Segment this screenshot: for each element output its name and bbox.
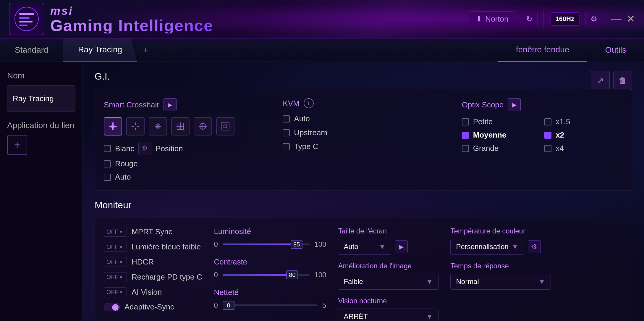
svg-rect-2 (19, 17, 30, 19)
close-button[interactable]: ✕ (626, 14, 635, 24)
optix-petite-radio[interactable] (462, 118, 469, 125)
adaptive-sync-toggle[interactable] (104, 303, 120, 311)
nom-label: Nom (7, 71, 75, 80)
kvm-upstream-option[interactable]: Upstream (283, 128, 444, 137)
profile-name-input[interactable]: Ray Tracing (7, 85, 75, 112)
crosshair-icon-5[interactable] (194, 117, 212, 136)
amelioration-dropdown[interactable]: Faible ▼ (338, 274, 438, 290)
tab-standard[interactable]: Standard (0, 38, 63, 62)
taille-dropdown[interactable]: Auto ▼ (338, 239, 391, 255)
amelioration-value: Faible (344, 278, 363, 286)
optix-play-button[interactable]: ▶ (508, 98, 521, 111)
optix-col: Optix Scope ▶ Petite x1.5 (462, 98, 623, 182)
hdcr-toggle[interactable]: OFF ▪ (104, 257, 127, 267)
nettete-track[interactable]: 0 (223, 304, 318, 306)
temps-dropdown[interactable]: Normal ▼ (450, 274, 551, 290)
lumiere-toggle-row: OFF ▪ Lumière bleue faible (104, 242, 202, 252)
add-app-button[interactable]: + (7, 135, 27, 155)
vision-dropdown[interactable]: ARRÊT ▼ (338, 309, 438, 321)
optix-petite-option[interactable]: Petite (462, 117, 541, 126)
lumiere-toggle[interactable]: OFF ▪ (104, 242, 127, 252)
recharge-off-label: OFF (106, 274, 118, 280)
blanc-radio[interactable] (104, 145, 111, 152)
crosshair-icon-3[interactable] (149, 117, 167, 136)
crosshair-icon-4[interactable] (171, 117, 190, 136)
optix-x15-radio[interactable] (544, 118, 551, 125)
crosshair-icons (104, 117, 265, 136)
optix-petite-label: Petite (473, 117, 493, 126)
crosshair-icon-6[interactable] (216, 117, 234, 136)
blanc-option[interactable]: Blanc ⚙ Position (104, 142, 265, 155)
tab-ray-tracing[interactable]: Ray Tracing (63, 38, 137, 62)
tab-fenetre[interactable]: fenêtre fendue (498, 38, 587, 62)
auto-radio[interactable] (104, 174, 111, 181)
rouge-radio[interactable] (104, 160, 111, 167)
kvm-auto-option[interactable]: Auto (283, 114, 444, 123)
tab-add-button[interactable]: + (137, 38, 155, 62)
temp-dropdown[interactable]: Personnalisation ▼ (450, 239, 524, 255)
optix-x2-label: x2 (556, 130, 564, 140)
vision-value: ARRÊT (344, 312, 368, 321)
optix-x4-option[interactable]: x4 (544, 144, 623, 153)
crosshair-icon-2[interactable] (126, 117, 145, 136)
temp-gear-button[interactable]: ⚙ (528, 240, 541, 253)
refresh-icon: ↻ (526, 14, 533, 24)
minimize-button[interactable]: — (611, 14, 622, 24)
download-icon: ⬇ (476, 14, 482, 24)
optix-x2-option[interactable]: x2 (544, 130, 623, 140)
optix-grande-radio[interactable] (462, 145, 469, 152)
kvm-typec-option[interactable]: Type C (283, 142, 444, 151)
optix-x4-radio[interactable] (544, 145, 551, 152)
luminosite-track[interactable]: 85 (223, 243, 310, 245)
gi-brand: Gaming Intelligence (50, 17, 213, 33)
tab-fenetre-label: fenêtre fendue (516, 45, 569, 54)
optix-x15-option[interactable]: x1.5 (544, 117, 623, 126)
temp-value: Personnalisation (456, 243, 508, 251)
auto-option[interactable]: Auto (104, 172, 265, 182)
smart-crosshair-label: Smart Crosshair (104, 100, 159, 109)
position-gear-icon[interactable]: ⚙ (138, 142, 151, 155)
recharge-toggle[interactable]: OFF ▪ (104, 272, 127, 282)
mprt-toggle[interactable]: OFF ▪ (104, 227, 127, 237)
ai-vision-toggle[interactable]: OFF ▪ (104, 287, 127, 297)
nettete-thumb[interactable]: 0 (223, 301, 234, 310)
temps-arrow: ▼ (538, 278, 546, 286)
mprt-label: MPRT Sync (132, 227, 172, 236)
optix-moyenne-label: Moyenne (473, 130, 507, 140)
taille-play-button[interactable]: ▶ (395, 240, 408, 253)
kvm-auto-radio[interactable] (283, 115, 290, 122)
auto-label: Auto (115, 172, 131, 182)
hdcr-toggle-indicator: ▪ (120, 259, 122, 265)
lum-max: 100 (314, 240, 326, 249)
smart-crosshair-play-button[interactable]: ▶ (164, 98, 177, 111)
app-link-label: Application du lien (7, 121, 75, 130)
taille-value: Auto (344, 243, 358, 251)
contraste-thumb[interactable]: 80 (286, 270, 298, 279)
position-label: Position (156, 144, 183, 153)
norton-button[interactable]: ⬇ Norton (469, 11, 515, 27)
contraste-track[interactable]: 80 (223, 274, 310, 276)
optix-moyenne-option[interactable]: Moyenne (462, 130, 541, 140)
kvm-typec-radio[interactable] (283, 143, 290, 150)
hdcr-label: HDCR (132, 257, 154, 267)
refresh-icon-button[interactable]: ↻ (521, 11, 538, 27)
optix-grande-label: Grande (473, 144, 499, 153)
tab-ray-tracing-label: Ray Tracing (78, 45, 122, 54)
crosshair-icon-1[interactable] (104, 117, 122, 136)
kvm-info-icon[interactable]: i (304, 98, 314, 108)
optix-grande-option[interactable]: Grande (462, 144, 541, 153)
kvm-upstream-radio[interactable] (283, 129, 290, 136)
optix-x15-label: x1.5 (556, 117, 570, 126)
luminosite-thumb[interactable]: 85 (291, 240, 302, 249)
mprt-off-label: OFF (106, 228, 118, 235)
kvm-label: KVM (283, 99, 299, 108)
lumiere-label: Lumière bleue faible (132, 242, 201, 251)
rouge-option[interactable]: Rouge (104, 159, 265, 168)
settings-icon-button[interactable]: ⚙ (585, 11, 602, 27)
optix-moyenne-radio[interactable] (462, 132, 469, 139)
rouge-label: Rouge (115, 159, 138, 168)
cont-min: 0 (214, 271, 218, 279)
optix-x2-radio[interactable] (544, 132, 551, 139)
cont-max: 100 (314, 271, 326, 279)
tab-outils[interactable]: Outils (587, 38, 644, 62)
